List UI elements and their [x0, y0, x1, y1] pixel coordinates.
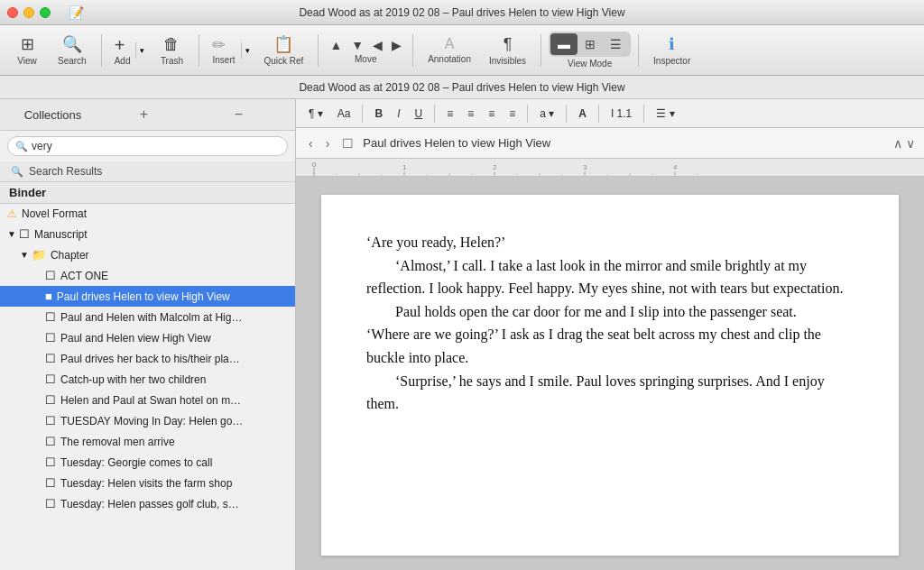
trash-button[interactable]: 🗑 Trash [152, 32, 191, 69]
binder-label: Binder [0, 182, 295, 204]
inspector-button[interactable]: ℹ Inspector [646, 31, 698, 69]
move-up-icon[interactable]: ▲ [326, 37, 346, 53]
sep5 [541, 34, 541, 67]
binder-item-act-one[interactable]: ☐ ACT ONE [0, 265, 295, 286]
editor-page: ‘Are you ready, Helen?’‘Almost,’ I call.… [321, 195, 899, 556]
insert-split-btn[interactable]: ✏ Insert ▾ [207, 32, 253, 69]
item-label: Helen and Paul at Swan hotel on m… [60, 394, 241, 407]
font-color-btn[interactable]: a ▾ [534, 106, 559, 122]
sidebar: Collections + − 🔍 🔍 Search Results Binde… [0, 99, 296, 570]
add-split-btn[interactable]: + Add ▾ [109, 32, 149, 69]
move-down-icon[interactable]: ▼ [347, 37, 367, 53]
format-sep2 [434, 105, 435, 123]
svg-text:0: 0 [312, 161, 317, 169]
invisibles-button[interactable]: ¶ Invisibles [482, 32, 533, 69]
collections-header: Collections + − [0, 99, 295, 131]
nav-forward-btn[interactable]: › [322, 134, 334, 152]
move-right-icon[interactable]: ▶ [388, 37, 405, 53]
binder-item-paul-helen-malcolm[interactable]: ☐ Paul and Helen with Malcolm at Hig… [0, 307, 295, 327]
nav-back-btn[interactable]: ‹ [305, 134, 317, 152]
editor-scroll[interactable]: ‘Are you ready, Helen?’‘Almost,’ I call.… [296, 177, 924, 570]
item-label: Paul drives her back to his/their pla… [60, 353, 240, 365]
move-arrows: ▲ ▼ ◀ ▶ [326, 37, 405, 53]
binder-item-chapter[interactable]: ▼ 📁 Chapter [0, 244, 295, 265]
app-icon: 📝 [69, 5, 84, 20]
item-label: Chapter [51, 249, 89, 262]
italic-btn[interactable]: I [392, 106, 405, 122]
sidebar-search-box[interactable]: 🔍 [7, 136, 288, 156]
line-spacing-btn[interactable]: I 1.1 [605, 106, 637, 122]
view-mode-group: ▬ ⊞ ☰ [549, 32, 631, 57]
view-mode-split-v[interactable]: ☰ [603, 33, 629, 55]
binder-item-novel-format[interactable]: ⚠ Novel Format [0, 204, 295, 224]
binder-item-catchup[interactable]: ☐ Catch-up with her two children [0, 369, 295, 390]
editor-content[interactable]: ‘Are you ready, Helen?’‘Almost,’ I call.… [366, 231, 854, 416]
doc-icon: ■ [45, 290, 52, 303]
sidebar-search-input[interactable] [32, 140, 280, 152]
binder-item-golfclub[interactable]: ☐ Tuesday: Helen passes golf club, s… [0, 493, 295, 514]
folder-icon: ☐ [19, 227, 30, 241]
doc-title: Paul drives Helen to view High View [363, 136, 888, 150]
nav-up-arrow[interactable]: ∧ [893, 136, 902, 151]
binder-item-paul-helen-view[interactable]: ☐ Paul and Helen view High View [0, 327, 295, 348]
close-button[interactable] [7, 7, 18, 18]
add-button[interactable]: + Add [109, 32, 136, 69]
underline-btn[interactable]: U [409, 106, 428, 122]
item-label: Catch-up with her two children [60, 373, 206, 386]
item-label: Manuscript [34, 228, 88, 241]
caps-btn[interactable]: A [573, 106, 592, 122]
sep3 [318, 34, 319, 67]
search-results-icon: 🔍 [11, 166, 23, 178]
item-label: Paul and Helen view High View [60, 332, 211, 345]
binder-item-farmshop[interactable]: ☐ Tuesday: Helen visits the farm shop [0, 473, 295, 493]
search-results-row[interactable]: 🔍 Search Results [0, 161, 295, 182]
traffic-lights [7, 7, 51, 18]
add-dropdown-arrow[interactable]: ▾ [135, 42, 148, 59]
svg-text:3: 3 [583, 163, 587, 171]
view-mode-split-h[interactable]: ⊞ [578, 33, 603, 55]
format-sep3 [527, 105, 528, 123]
insert-button[interactable]: ✏ Insert [207, 32, 240, 69]
item-label: ACT ONE [60, 270, 108, 282]
insert-dropdown-arrow[interactable]: ▾ [241, 42, 254, 59]
binder-item-removal[interactable]: ☐ The removal men arrive [0, 431, 295, 452]
align-justify-btn[interactable]: ≡ [504, 106, 521, 122]
binder-item-tuesday-moving[interactable]: ☐ TUESDAY Moving In Day: Helen go… [0, 410, 295, 431]
list-btn[interactable]: ☰ ▾ [651, 106, 679, 122]
quickref-button[interactable]: 📋 Quick Ref [257, 31, 311, 69]
bold-btn[interactable]: B [369, 106, 388, 122]
align-right-btn[interactable]: ≡ [483, 106, 500, 122]
search-button[interactable]: 🔍 Search [51, 31, 94, 69]
binder-item-helen-swan[interactable]: ☐ Helen and Paul at Swan hotel on m… [0, 390, 295, 410]
main-content: Collections + − 🔍 🔍 Search Results Binde… [0, 99, 924, 570]
minimize-button[interactable] [23, 7, 34, 18]
align-left-btn[interactable]: ≡ [441, 106, 458, 122]
sidebar-search-icon: 🔍 [15, 141, 28, 152]
add-collection-btn[interactable]: + [97, 105, 191, 124]
fullscreen-button[interactable] [40, 7, 51, 18]
nav-down-arrow[interactable]: ∨ [906, 136, 915, 151]
move-left-icon[interactable]: ◀ [369, 37, 386, 53]
binder-item-georgie[interactable]: ☐ Tuesday: Georgie comes to call [0, 452, 295, 473]
binder-item-manuscript[interactable]: ▼ ☐ Manuscript [0, 224, 295, 244]
invisibles-icon: ¶ [504, 35, 513, 54]
annotation-button[interactable]: A Annotation [420, 32, 478, 68]
para-3: Paul holds open the car door for me and … [366, 300, 854, 324]
view-button[interactable]: ⊞ View [7, 31, 47, 69]
item-label: Novel Format [22, 207, 87, 220]
sep2 [199, 34, 199, 67]
sep1 [101, 34, 102, 67]
align-center-btn[interactable]: ≡ [462, 106, 479, 122]
para-style-btn[interactable]: ¶ ▾ [303, 106, 328, 122]
annotation-icon: A [445, 36, 455, 52]
doc-icon: ☐ [45, 497, 56, 510]
remove-collection-btn[interactable]: − [191, 105, 286, 124]
item-label: TUESDAY Moving In Day: Helen go… [60, 415, 243, 428]
item-label: Paul drives Helen to view High View [57, 290, 230, 303]
view-mode-single[interactable]: ▬ [550, 33, 578, 55]
doc-icon: ☐ [45, 435, 56, 448]
svg-text:4: 4 [673, 163, 678, 171]
binder-item-paul-drives[interactable]: ■ Paul drives Helen to view High View [0, 286, 295, 307]
font-size-btn[interactable]: Aa [332, 106, 356, 122]
binder-item-paul-drives-back[interactable]: ☐ Paul drives her back to his/their pla… [0, 348, 295, 369]
